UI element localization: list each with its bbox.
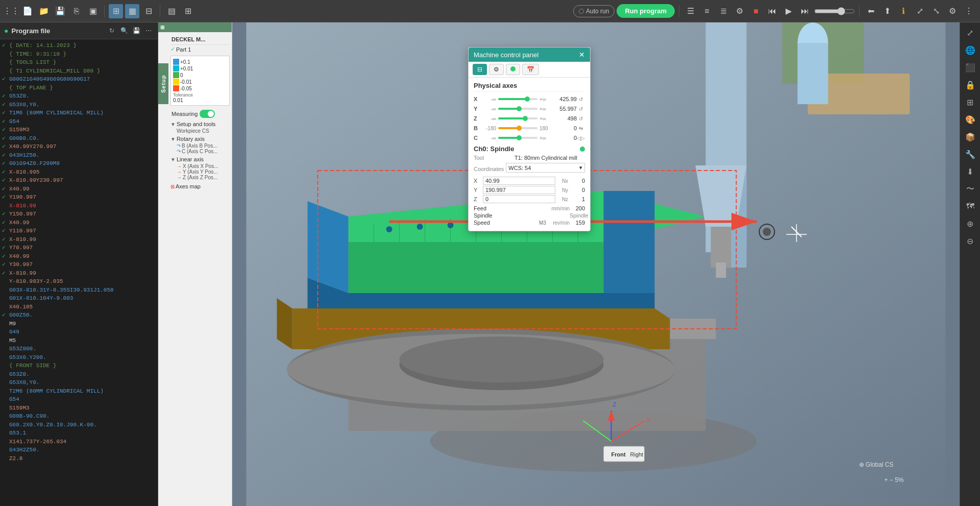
toolbar-save-icon[interactable]: 💾 <box>53 4 67 18</box>
setup-panel-icon: ⊞ <box>160 25 164 30</box>
setup-tools-item[interactable]: ▼ Setup and tools <box>170 120 230 128</box>
mcp-tab-settings[interactable]: ⚙ <box>489 64 504 75</box>
toolbar-list-icon[interactable]: ≡ <box>700 4 714 18</box>
sidebar-cube-icon[interactable]: ⬛ <box>962 59 978 76</box>
spindle-tool-label: Tool <box>474 155 514 161</box>
mcp-tab-calendar[interactable]: 📅 <box>522 64 539 75</box>
toolbar-grid-icon[interactable]: ⋮⋮ <box>4 4 18 18</box>
auto-run-button[interactable]: Auto run <box>573 5 615 17</box>
axis-y-reset[interactable]: ↺ <box>577 105 585 113</box>
coord-y-input[interactable] <box>483 186 555 194</box>
axis-x-track[interactable] <box>498 98 537 100</box>
toolbar-file-icon[interactable]: 📄 <box>20 4 35 18</box>
code-line: ✓G00Z50. <box>0 311 158 320</box>
run-program-button[interactable]: Run program <box>617 4 675 18</box>
sidebar-map-icon[interactable]: 🗺 <box>962 198 978 214</box>
toolbar-share-icon[interactable]: ⤢ <box>913 4 927 18</box>
mcp-tab-bars[interactable]: ⊟ <box>473 64 487 75</box>
setup-part-item[interactable]: ✓ Part 1 <box>170 45 230 54</box>
sidebar-download-icon[interactable]: ⬇ <box>962 163 978 180</box>
toolbar-export-icon[interactable]: ⎘ <box>69 4 84 18</box>
code-line: G43H2Z50. <box>0 446 158 454</box>
setup-panel-header: ⊞ <box>158 22 232 32</box>
linear-z-item[interactable]: → Z (Axis Z Pos... <box>170 175 230 180</box>
axis-b-flip[interactable]: ⇆ <box>577 124 585 132</box>
toolbar-more-icon[interactable]: ⋮ <box>962 4 976 18</box>
code-line: G53Z0. <box>0 370 158 379</box>
toolbar-export2-icon[interactable]: ⤡ <box>929 4 943 18</box>
svg-rect-26 <box>798 43 828 104</box>
sidebar-wrench-icon[interactable]: 🔧 <box>962 146 978 162</box>
setup-vertical-tab[interactable]: Setup <box>158 63 168 104</box>
code-line: ✓X40.99 <box>0 185 158 194</box>
sidebar-layers-icon[interactable]: ⊞ <box>962 94 978 110</box>
toolbar-layout-icon[interactable]: ▣ <box>86 4 100 18</box>
coord-z-input[interactable] <box>483 195 555 203</box>
coordinates-dropdown[interactable]: WCS: 54 ▾ <box>506 163 585 173</box>
coord-x-input[interactable] <box>483 177 555 185</box>
code-refresh-icon[interactable]: ↻ <box>107 26 117 36</box>
measuring-toggle[interactable]: Measuring <box>170 108 230 120</box>
mcp-tab-status[interactable] <box>506 64 520 75</box>
axis-x-reset[interactable]: ↺ <box>577 95 585 103</box>
axis-z-reset[interactable]: ↺ <box>577 114 585 123</box>
code-panel-header: ● Program file ↻ 🔍 💾 ⋯ <box>0 22 158 39</box>
toolbar-fill-icon[interactable]: ▦ <box>125 4 139 18</box>
toolbar-camera-icon[interactable]: ⊞ <box>109 4 123 18</box>
sidebar-box-icon[interactable]: 📦 <box>962 129 978 145</box>
toolbar-config-icon[interactable]: ⚙ <box>945 4 960 18</box>
axis-z-track[interactable] <box>498 117 537 119</box>
sidebar-zoomin-icon[interactable]: ⊕ <box>962 215 978 232</box>
svg-marker-5 <box>349 242 604 293</box>
toolbar-text-icon[interactable]: ≣ <box>716 4 730 18</box>
toolbar-table-icon[interactable]: ▤ <box>164 4 179 18</box>
sidebar-zoomout-icon[interactable]: ⊖ <box>962 233 978 249</box>
workpiece-cs-item[interactable]: Workpiece CS <box>170 128 230 134</box>
toolbar-rewind-icon[interactable]: ⏮ <box>765 4 779 18</box>
mcp-close-button[interactable]: ✕ <box>579 51 585 59</box>
sidebar-lock-icon[interactable]: 🔒 <box>962 77 978 93</box>
toolbar-arrow-up-icon[interactable]: ⬆ <box>880 4 894 18</box>
code-save-icon[interactable]: 💾 <box>131 26 141 36</box>
sidebar-globe-icon[interactable]: 🌐 <box>962 42 978 58</box>
sidebar-expand-icon[interactable]: ⤢ <box>962 25 978 41</box>
code-line: ✓T1M6 (80MM CYLINDRICAL MILL) <box>0 109 158 117</box>
svg-rect-19 <box>716 262 726 278</box>
toolbar-folder-icon[interactable]: 📁 <box>37 4 51 18</box>
rotary-axis-item[interactable]: ▼ Rotary axis <box>170 135 230 143</box>
toolbar-info-icon[interactable]: ℹ <box>896 4 911 18</box>
linear-x-item[interactable]: → X (Axis X Pos... <box>170 163 230 169</box>
rotary-c-item[interactable]: ↷ C (Axis C Pos... <box>170 149 230 154</box>
linear-y-item[interactable]: → Y (Axis Y Pos... <box>170 169 230 175</box>
viewport[interactable]: Z X Front Right ⊕ Global CS + − 5% Machi… <box>232 22 960 506</box>
code-line: ✓X40.99 <box>0 252 158 261</box>
toolbar-grid2-icon[interactable]: ⊞ <box>181 4 195 18</box>
rotary-b-item[interactable]: ↷ B (Axis B Pos... <box>170 143 230 149</box>
toolbar-stop-icon[interactable]: ■ <box>749 4 763 18</box>
svg-point-36 <box>386 226 393 232</box>
code-search-icon[interactable]: 🔍 <box>119 26 129 36</box>
tol-color-4 <box>173 79 179 85</box>
axis-b-track[interactable] <box>498 127 537 129</box>
mcp-status-dot <box>510 66 516 71</box>
sidebar-paint-icon[interactable]: 🎨 <box>962 111 978 128</box>
playback-slider[interactable] <box>814 7 855 15</box>
toolbar-settings-icon[interactable]: ⚙ <box>732 4 747 18</box>
sidebar-waves-icon[interactable]: 〜 <box>962 181 978 197</box>
linear-axis-label: Linear axis <box>177 156 204 162</box>
toolbar-menu-icon[interactable]: ☰ <box>683 4 698 18</box>
code-line: M5 <box>0 336 158 345</box>
code-line: X-810.99 <box>0 202 158 210</box>
toolbar-play-icon[interactable]: ▶ <box>781 4 796 18</box>
viewport-svg: Z X Front Right ⊕ Global CS + − 5% <box>232 22 960 506</box>
toolbar-layers-icon[interactable]: ⊟ <box>141 4 156 18</box>
toolbar-arrow-left-icon[interactable]: ⬅ <box>864 4 878 18</box>
toolbar-forward-icon[interactable]: ⏭ <box>798 4 812 18</box>
axis-c-track[interactable] <box>498 137 537 139</box>
axes-map-item[interactable]: ⊠ Axes map <box>170 182 230 190</box>
code-more-icon[interactable]: ⋯ <box>143 26 154 36</box>
axis-y-track[interactable] <box>498 108 537 110</box>
measuring-switch[interactable] <box>200 110 215 118</box>
axis-c-arrows[interactable]: ◁▷ <box>577 134 585 142</box>
linear-axis-item[interactable]: ▼ Linear axis <box>170 155 230 163</box>
